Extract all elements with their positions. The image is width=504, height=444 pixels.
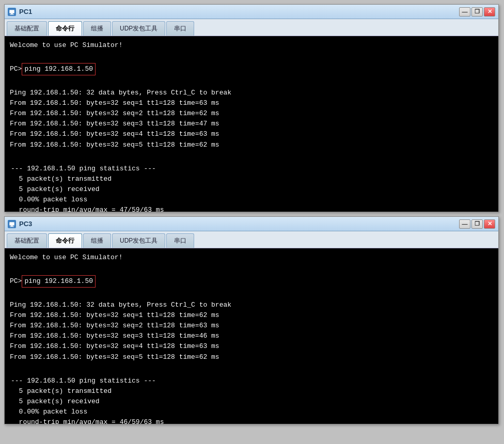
pc1-title-left: PC1 [8, 8, 32, 16]
pc3-stats-0: --- 192.168.1.50 ping statistics --- [10, 376, 493, 386]
pc1-stats-1: 5 packet(s) transmitted [10, 174, 493, 184]
pc3-tab-serial[interactable]: 串口 [166, 233, 194, 248]
pc3-title-bar: PC3 — ❐ ✕ [5, 217, 498, 231]
pc1-output-0: Ping 192.168.1.50: 32 data bytes, Press … [10, 88, 493, 98]
pc1-command: ping 192.168.1.50 [22, 63, 96, 75]
pc3-stats-4: round-trip min/avg/max = 46/59/63 ms [10, 417, 493, 424]
pc3-minimize-button[interactable]: — [459, 219, 470, 229]
pc1-terminal[interactable]: Welcome to use PC Simulator! PC>ping 192… [5, 36, 498, 212]
pc1-output-2: From 192.168.1.50: bytes=32 seq=2 ttl=12… [10, 108, 493, 119]
svg-rect-0 [9, 10, 14, 13]
pc3-output-3: From 192.168.1.50: bytes=32 seq=3 ttl=12… [10, 331, 493, 341]
pc1-stats-4: round-trip min/avg/max = 47/59/63 ms [10, 205, 493, 212]
pc3-output-4: From 192.168.1.50: bytes=32 seq=4 ttl=12… [10, 341, 493, 352]
pc1-tab-serial[interactable]: 串口 [166, 21, 194, 36]
pc3-output-1: From 192.168.1.50: bytes=32 seq=1 ttl=12… [10, 310, 493, 321]
pc1-cmd-line: PC>ping 192.168.1.50 [10, 63, 493, 75]
pc3-output-0: Ping 192.168.1.50: 32 data bytes, Press … [10, 300, 493, 310]
pc3-title-left: PC3 [8, 220, 32, 228]
pc1-tab-basics[interactable]: 基础配置 [7, 21, 47, 36]
pc1-stats-3: 0.00% packet loss [10, 195, 493, 205]
pc1-minimize-button[interactable]: — [459, 7, 470, 17]
pc3-cmd-line: PC>ping 192.168.1.50 [10, 275, 493, 288]
svg-rect-4 [11, 226, 13, 227]
pc1-tab-multicast[interactable]: 组播 [83, 21, 111, 36]
pc3-tabs-bar: 基础配置 命令行 组播 UDP发包工具 串口 [5, 231, 498, 248]
pc1-restore-button[interactable]: ❐ [471, 7, 483, 17]
pc3-output-5: From 192.168.1.50: bytes=32 seq=5 ttl=12… [10, 352, 493, 362]
pc3-prompt: PC> [10, 276, 22, 287]
pc3-tab-cmd[interactable]: 命令行 [48, 233, 82, 248]
pc3-tab-basics[interactable]: 基础配置 [7, 233, 47, 248]
pc3-stats-3: 0.00% packet loss [10, 407, 493, 417]
pc1-stats: --- 192.168.1.50 ping statistics --- 5 p… [10, 153, 493, 212]
svg-rect-1 [11, 13, 13, 14]
pc1-title-bar: PC1 — ❐ ✕ [5, 5, 498, 19]
svg-rect-5 [10, 226, 14, 227]
pc3-title: PC3 [19, 220, 32, 228]
pc1-close-button[interactable]: ✕ [484, 7, 495, 17]
pc1-tab-udp[interactable]: UDP发包工具 [112, 21, 165, 36]
pc3-window: PC3 — ❐ ✕ 基础配置 命令行 组播 UDP发包工具 串口 Welcome… [4, 216, 499, 424]
pc3-stats-1: 5 packet(s) transmitted [10, 386, 493, 397]
svg-rect-2 [10, 14, 14, 14]
pc1-window-controls: — ❐ ✕ [459, 7, 495, 17]
pc3-command: ping 192.168.1.50 [22, 275, 96, 288]
pc1-title: PC1 [19, 8, 32, 15]
pc3-icon [8, 220, 16, 228]
pc3-restore-button[interactable]: ❐ [471, 219, 483, 229]
pc1-output-3: From 192.168.1.50: bytes=32 seq=3 ttl=12… [10, 119, 493, 129]
pc3-tab-udp[interactable]: UDP发包工具 [112, 233, 165, 248]
svg-rect-3 [9, 222, 14, 226]
pc1-output-4: From 192.168.1.50: bytes=32 seq=4 ttl=12… [10, 129, 493, 139]
pc3-terminal[interactable]: Welcome to use PC Simulator! PC>ping 192… [5, 248, 498, 424]
pc3-tab-multicast[interactable]: 组播 [83, 233, 111, 248]
pc3-window-controls: — ❐ ✕ [459, 219, 495, 229]
pc3-welcome: Welcome to use PC Simulator! [10, 252, 493, 263]
pc1-stats-2: 5 packet(s) received [10, 184, 493, 195]
pc1-stats-0: --- 192.168.1.50 ping statistics --- [10, 164, 493, 174]
pc1-window: PC1 — ❐ ✕ 基础配置 命令行 组播 UDP发包工具 串口 Welcome… [4, 4, 499, 212]
pc3-close-button[interactable]: ✕ [484, 219, 495, 229]
pc3-stats-2: 5 packet(s) received [10, 397, 493, 407]
pc1-icon [8, 8, 16, 16]
pc3-output-2: From 192.168.1.50: bytes=32 seq=2 ttl=12… [10, 321, 493, 331]
pc1-tabs-bar: 基础配置 命令行 组播 UDP发包工具 串口 [5, 19, 498, 36]
pc1-output-5: From 192.168.1.50: bytes=32 seq=5 ttl=12… [10, 140, 493, 150]
pc1-output-1: From 192.168.1.50: bytes=32 seq=1 ttl=12… [10, 98, 493, 108]
pc1-welcome: Welcome to use PC Simulator! [10, 40, 493, 51]
pc3-stats: --- 192.168.1.50 ping statistics --- 5 p… [10, 366, 493, 424]
pc1-tab-cmd[interactable]: 命令行 [48, 21, 82, 36]
pc1-prompt: PC> [10, 64, 22, 74]
